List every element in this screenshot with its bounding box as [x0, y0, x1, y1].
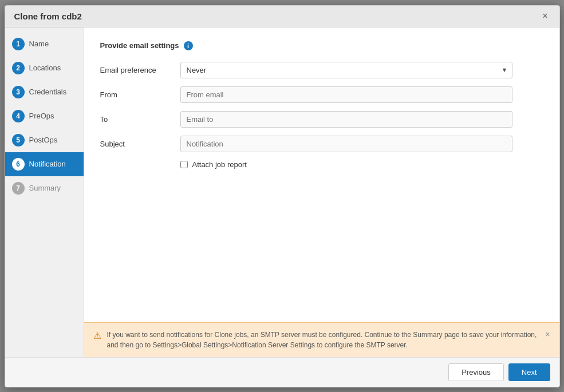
sidebar-item-postops[interactable]: 5 PostOps	[5, 128, 84, 152]
from-control	[180, 86, 512, 103]
email-preference-select[interactable]: Never Always On Failure	[180, 62, 512, 78]
attach-job-report-checkbox[interactable]	[180, 161, 188, 168]
info-icon[interactable]: i	[184, 41, 193, 50]
sidebar-label-locations: Locations	[29, 64, 61, 72]
sidebar-label-summary: Summary	[29, 184, 61, 192]
step-badge-1: 1	[12, 38, 25, 50]
attach-job-report-row: Attach job report	[180, 160, 543, 169]
from-input[interactable]	[180, 86, 512, 103]
sidebar-item-summary[interactable]: 7 Summary	[5, 176, 84, 200]
section-title: Provide email settings i	[100, 41, 543, 50]
subject-row: Subject	[100, 136, 543, 152]
sidebar-label-notification: Notification	[29, 160, 66, 168]
next-button[interactable]: Next	[508, 363, 550, 381]
dialog-title: Clone from cdb2	[14, 11, 82, 21]
to-label: To	[100, 115, 180, 124]
previous-button[interactable]: Previous	[448, 363, 504, 381]
sidebar-item-name[interactable]: 1 Name	[5, 32, 84, 56]
sidebar-label-postops: PostOps	[29, 136, 58, 144]
attach-job-report-label[interactable]: Attach job report	[192, 160, 247, 169]
dialog-header: Clone from cdb2 ×	[5, 6, 559, 27]
sidebar-label-name: Name	[29, 39, 49, 48]
sidebar-item-locations[interactable]: 2 Locations	[5, 56, 84, 80]
clone-dialog: Clone from cdb2 × 1 Name 2 Locations 3 C…	[5, 5, 560, 387]
notification-close-button[interactable]: ×	[545, 330, 550, 339]
notification-text: If you want to send notifications for Cl…	[107, 330, 540, 350]
sidebar: 1 Name 2 Locations 3 Credentials 4 PreOp…	[5, 27, 84, 357]
to-input[interactable]	[180, 111, 512, 128]
email-preference-label: Email preference	[100, 66, 180, 74]
sidebar-label-credentials: Credentials	[29, 88, 67, 96]
step-badge-4: 4	[12, 110, 25, 122]
sidebar-item-preops[interactable]: 4 PreOps	[5, 104, 84, 128]
content-area: Provide email settings i Email preferenc…	[84, 27, 559, 322]
step-badge-5: 5	[12, 134, 25, 146]
subject-label: Subject	[100, 140, 180, 148]
sidebar-item-notification[interactable]: 6 Notification	[5, 152, 84, 176]
from-label: From	[100, 90, 180, 99]
step-badge-3: 3	[12, 86, 25, 98]
notification-bar: ⚠ If you want to send notifications for …	[84, 322, 559, 357]
email-preference-select-wrapper: Never Always On Failure ▼	[180, 62, 512, 78]
email-preference-control: Never Always On Failure ▼	[180, 62, 512, 78]
dialog-body: 1 Name 2 Locations 3 Credentials 4 PreOp…	[5, 27, 559, 357]
dialog-footer: Previous Next	[5, 357, 559, 387]
to-control	[180, 111, 512, 128]
close-button[interactable]: ×	[540, 11, 550, 21]
main-content: Provide email settings i Email preferenc…	[84, 27, 559, 357]
subject-input[interactable]	[180, 136, 512, 152]
warning-icon: ⚠	[93, 330, 101, 341]
step-badge-7: 7	[12, 182, 25, 195]
subject-control	[180, 136, 512, 152]
sidebar-item-credentials[interactable]: 3 Credentials	[5, 80, 84, 104]
from-row: From	[100, 86, 543, 103]
sidebar-label-preops: PreOps	[29, 112, 54, 120]
email-preference-row: Email preference Never Always On Failure…	[100, 62, 543, 78]
to-row: To	[100, 111, 543, 128]
step-badge-6: 6	[12, 158, 25, 171]
step-badge-2: 2	[12, 62, 25, 74]
